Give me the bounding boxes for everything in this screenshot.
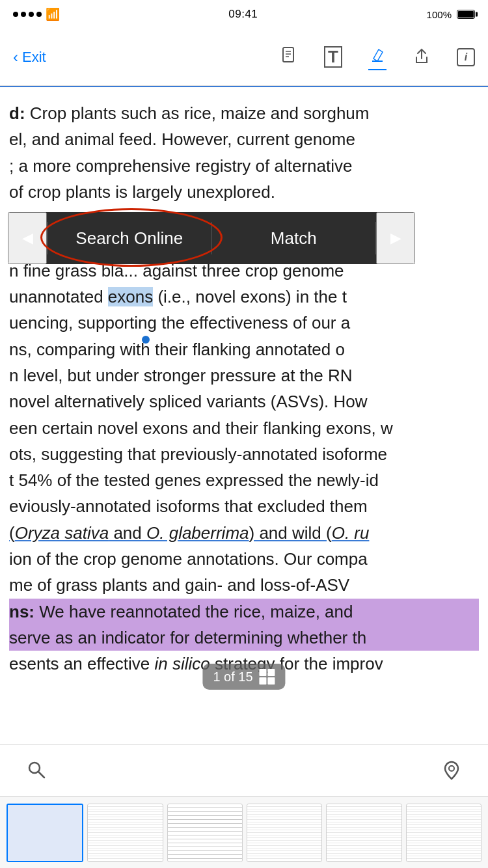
doc-line-14: ots, suggesting that previously-annotate… <box>9 441 479 467</box>
match-button[interactable]: Match <box>212 212 376 264</box>
thumbnail-6-content <box>407 804 481 861</box>
doc-line-11: n level, but under stronger pressure at … <box>9 362 479 388</box>
text-format-icon[interactable]: T <box>324 46 342 68</box>
doc-line-15: t 54% of the tested genes expressed the … <box>9 467 479 493</box>
location-icon[interactable] <box>441 759 462 783</box>
context-menu-right-arrow[interactable]: ▶ <box>376 212 415 264</box>
svg-point-7 <box>449 766 454 771</box>
bottom-thumbnails-bar <box>0 796 488 868</box>
doc-line-13: een certain novel exons and their flanki… <box>9 415 479 441</box>
doc-line-16: eviously-annotated isoforms that exclude… <box>9 493 479 519</box>
left-arrow-icon: ◀ <box>22 230 33 247</box>
thumbnail-4-content <box>247 804 321 861</box>
doc-line-20: ns: We have reannotated the rice, maize,… <box>9 599 479 625</box>
selected-word-exons: exons <box>108 287 153 306</box>
doc-line-8: unannotated exons (i.e., novel exons) in… <box>9 284 479 310</box>
toolbar-icons: T i <box>281 46 475 68</box>
thumbnail-5-content <box>327 804 401 861</box>
signal-dots <box>13 12 42 17</box>
thumbnail-6[interactable] <box>406 804 481 862</box>
thumbnail-1[interactable] <box>7 804 83 862</box>
doc-line-10: ns, comparing with their flanking annota… <box>9 336 479 362</box>
share-icon[interactable] <box>413 47 431 68</box>
doc-line-3: ; a more comprehensive registry of alter… <box>9 153 479 179</box>
document-content: d: Crop plants such as rice, maize and s… <box>0 87 488 744</box>
thumbnail-4[interactable] <box>247 804 322 862</box>
back-chevron-icon: ‹ <box>13 48 18 66</box>
selection-handle-dot <box>142 336 150 344</box>
thumbnail-3[interactable] <box>167 804 243 862</box>
signal-dot-3 <box>29 12 34 17</box>
context-menu-left-arrow[interactable]: ◀ <box>8 212 47 264</box>
doc-line-18: ion of the crop genome annotations. Our … <box>9 546 479 572</box>
doc-line-1: d: Crop plants such as rice, maize and s… <box>9 100 479 126</box>
battery-icon <box>457 10 475 19</box>
right-arrow-icon: ▶ <box>390 230 401 247</box>
thumbnail-2-content <box>88 804 162 861</box>
signal-dot-4 <box>36 12 42 17</box>
wifi-icon: 📶 <box>46 7 60 21</box>
thumbnail-5[interactable] <box>326 804 401 862</box>
search-icon[interactable] <box>26 759 47 783</box>
thumbnail-2[interactable] <box>87 804 163 862</box>
doc-line-12: novel alternatively spliced variants (AS… <box>9 388 479 414</box>
svg-line-6 <box>38 772 44 778</box>
pencil-icon[interactable] <box>368 47 386 68</box>
doc-line-9: uencing, supporting the effectiveness of… <box>9 310 479 336</box>
battery-percent: 100% <box>427 9 452 20</box>
status-right: 100% <box>427 9 475 20</box>
signal-dot-1 <box>13 12 18 17</box>
bottom-toolbar <box>0 744 488 796</box>
context-menu: ◀ Search Online Match ▶ <box>8 212 415 264</box>
doc-line-4: of crop plants is largely unexplored. <box>9 179 479 205</box>
doc-line-19: me of grass plants and gain- and loss-of… <box>9 572 479 598</box>
doc-line-21: serve as an indicator for determining wh… <box>9 625 479 651</box>
battery-container <box>457 10 475 19</box>
status-time: 09:41 <box>228 8 258 21</box>
page-indicator-text: 1 of 15 <box>213 670 252 685</box>
back-button[interactable]: ‹ Exit <box>13 48 46 66</box>
info-icon[interactable]: i <box>457 48 475 66</box>
signal-dot-2 <box>21 12 26 17</box>
page-grid-icon <box>260 669 275 685</box>
exit-label: Exit <box>22 49 46 66</box>
thumbnail-3-content <box>168 804 242 861</box>
document-text: d: Crop plants such as rice, maize and s… <box>0 100 488 677</box>
page-indicator: 1 of 15 <box>202 664 285 690</box>
doc-line-2: el, and animal feed. However, current ge… <box>9 126 479 152</box>
status-bar: 📶 09:41 100% <box>0 0 488 29</box>
doc-line-17: (Oryza sativa and O. glaberrima) and wil… <box>9 520 479 546</box>
battery-fill <box>458 11 474 18</box>
search-online-button[interactable]: Search Online <box>47 212 211 264</box>
thumbnail-1-content <box>8 805 82 861</box>
status-left: 📶 <box>13 7 60 21</box>
svg-rect-0 <box>283 47 293 62</box>
note-icon[interactable] <box>281 46 298 68</box>
toolbar: ‹ Exit T i <box>0 29 488 86</box>
